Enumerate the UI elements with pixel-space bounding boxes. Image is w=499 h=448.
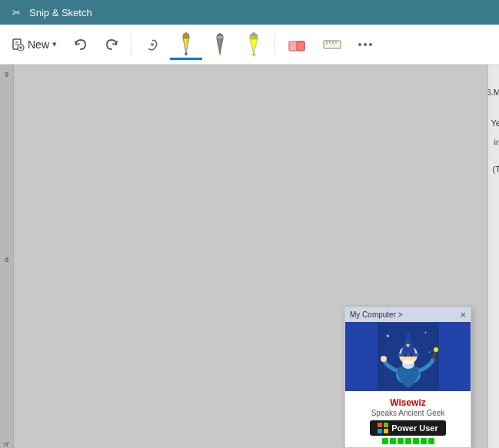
rep-dot-7 bbox=[428, 438, 434, 444]
touch-writing-icon bbox=[142, 35, 162, 55]
new-icon bbox=[11, 38, 25, 51]
svg-marker-11 bbox=[217, 38, 223, 54]
canvas-area: 9 d n' My Computer > × ✦ ✦ ✦ bbox=[0, 65, 499, 448]
toolbar-divider-2 bbox=[274, 34, 275, 55]
ruler-button[interactable] bbox=[315, 29, 349, 60]
svg-rect-45 bbox=[378, 423, 382, 427]
svg-rect-22 bbox=[324, 41, 341, 48]
rep-dot-2 bbox=[390, 438, 396, 444]
svg-point-41 bbox=[410, 353, 413, 357]
svg-marker-17 bbox=[251, 54, 256, 57]
sidebar-num-1: 9 bbox=[5, 71, 8, 78]
pencil-icon bbox=[210, 32, 230, 57]
sidebar-letter-d: d bbox=[5, 256, 8, 264]
svg-marker-15 bbox=[250, 38, 258, 54]
highlighter-button[interactable] bbox=[238, 29, 270, 60]
redo-icon bbox=[103, 36, 120, 53]
new-dropdown-arrow[interactable]: ▾ bbox=[52, 39, 57, 49]
partial-text-2: Ye bbox=[491, 118, 499, 128]
svg-text:✦: ✦ bbox=[427, 350, 431, 354]
rep-bar bbox=[382, 438, 434, 444]
svg-rect-20 bbox=[297, 41, 304, 51]
pencil-button[interactable] bbox=[204, 29, 236, 60]
svg-point-29 bbox=[369, 43, 372, 46]
toolbar: New ▾ bbox=[0, 25, 499, 65]
partial-text-4: (T bbox=[493, 164, 499, 174]
touch-writing-button[interactable] bbox=[136, 29, 168, 60]
more-icon bbox=[357, 36, 374, 53]
partial-text-3: in bbox=[494, 138, 499, 147]
svg-text:✦: ✦ bbox=[424, 330, 427, 335]
rep-dot-1 bbox=[382, 438, 388, 444]
left-sidebar: 9 d n' bbox=[0, 65, 14, 448]
svg-rect-16 bbox=[250, 35, 258, 39]
svg-text:★: ★ bbox=[405, 342, 411, 349]
svg-rect-12 bbox=[217, 35, 223, 39]
svg-marker-10 bbox=[183, 32, 189, 35]
svg-marker-7 bbox=[183, 38, 189, 53]
sidebar-text-n: n' bbox=[4, 440, 9, 448]
svg-marker-18 bbox=[250, 32, 258, 35]
undo-icon bbox=[72, 36, 89, 53]
wizard-avatar-svg: ✦ ✦ ✦ ★ bbox=[378, 323, 439, 390]
ballpoint-pen-button[interactable] bbox=[170, 29, 202, 60]
svg-point-44 bbox=[381, 356, 387, 362]
popup-tagline: Speaks Ancient Geek bbox=[371, 409, 445, 420]
new-label: New bbox=[28, 38, 49, 51]
more-tools-button[interactable] bbox=[351, 29, 380, 60]
ballpoint-pen-icon bbox=[176, 32, 196, 56]
popup-close-btn[interactable]: × bbox=[460, 310, 466, 320]
svg-point-27 bbox=[358, 43, 361, 46]
eraser-button[interactable] bbox=[280, 29, 314, 60]
drawing-canvas[interactable]: My Computer > × ✦ ✦ ✦ bbox=[14, 65, 499, 448]
svg-text:✦: ✦ bbox=[385, 333, 391, 340]
user-info-section: Wisewiz Speaks Ancient Geek Power User bbox=[345, 391, 471, 447]
rep-dot-5 bbox=[413, 438, 419, 444]
popup-card: My Computer > × ✦ ✦ ✦ bbox=[344, 307, 471, 448]
svg-rect-37 bbox=[398, 353, 419, 357]
svg-marker-9 bbox=[185, 53, 188, 56]
svg-point-43 bbox=[434, 347, 438, 352]
svg-rect-8 bbox=[183, 35, 189, 38]
rep-dot-6 bbox=[421, 438, 427, 444]
toolbar-divider bbox=[131, 34, 131, 55]
popup-username: Wisewiz bbox=[390, 394, 426, 409]
popup-header-text: My Computer > bbox=[350, 310, 403, 319]
power-user-badge: Power User bbox=[370, 420, 446, 436]
rep-dot-4 bbox=[405, 438, 411, 444]
svg-point-6 bbox=[151, 43, 154, 46]
windows-logo-icon bbox=[378, 423, 388, 433]
power-user-label: Power User bbox=[391, 423, 438, 433]
app-icon: ✂ bbox=[9, 5, 23, 19]
svg-point-39 bbox=[402, 360, 414, 369]
ruler-icon bbox=[321, 34, 343, 55]
eraser-icon bbox=[286, 34, 308, 55]
app-title: Snip & Sketch bbox=[29, 7, 92, 18]
new-button[interactable]: New ▾ bbox=[3, 29, 65, 60]
svg-point-28 bbox=[364, 43, 367, 46]
partial-text-1: 6.M bbox=[487, 88, 499, 97]
right-panel-partial: 6.M Ye in (T bbox=[487, 65, 499, 448]
svg-point-40 bbox=[404, 353, 407, 357]
rep-dot-3 bbox=[398, 438, 404, 444]
highlighter-icon bbox=[244, 32, 264, 57]
popup-avatar: ✦ ✦ ✦ ★ bbox=[345, 322, 471, 391]
title-bar: ✂ Snip & Sketch bbox=[0, 0, 499, 25]
svg-rect-48 bbox=[384, 429, 388, 433]
svg-rect-46 bbox=[384, 423, 388, 427]
popup-header: My Computer > × bbox=[345, 307, 471, 322]
undo-button[interactable] bbox=[66, 29, 95, 60]
svg-marker-13 bbox=[218, 54, 221, 56]
svg-marker-14 bbox=[217, 33, 223, 35]
redo-button[interactable] bbox=[97, 29, 126, 60]
svg-rect-47 bbox=[378, 429, 382, 433]
